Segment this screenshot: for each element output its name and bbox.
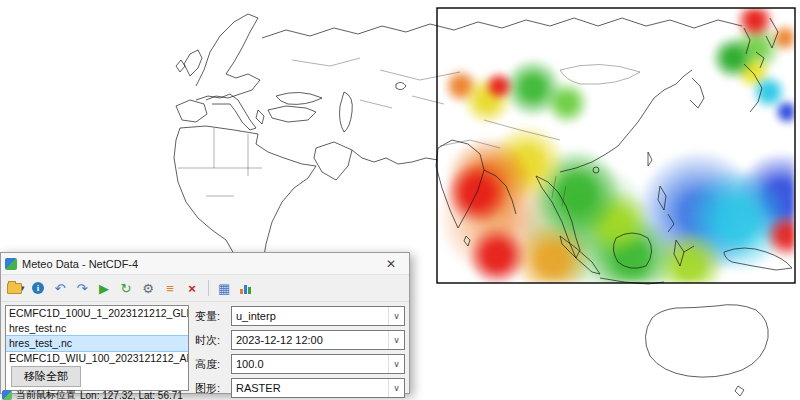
dialog-title: Meteo Data - NetCDF-4 [22, 258, 377, 270]
plot-type-select[interactable]: RASTER ∨ [231, 378, 405, 398]
list-button[interactable]: ≡ [161, 278, 180, 298]
toolbar-separator [208, 280, 209, 296]
remove-all-button[interactable]: 移除全部 [11, 366, 81, 387]
settings-icon: ⚙ [142, 282, 154, 295]
open-folder-button[interactable]: ▾ [6, 278, 26, 298]
plot-type-label: 图形: [195, 381, 227, 396]
remove-file-button[interactable]: × [183, 278, 202, 298]
status-bar: 当前鼠标位置 Lon: 127.32, Lat: 56.71 [2, 388, 183, 400]
run-icon: ▶ [99, 282, 109, 295]
chevron-down-icon[interactable]: ∨ [388, 355, 404, 373]
time-label: 时次: [195, 333, 227, 348]
dialog-toolbar: ▾ i ↶ ↷ ▶ ↻ ⚙ ≡ × ▦ [1, 275, 409, 302]
info-button[interactable]: i [29, 278, 48, 298]
meteo-data-dialog: Meteo Data - NetCDF-4 ✕ ▾ i ↶ ↷ ▶ ↻ ⚙ ≡ … [0, 252, 410, 394]
info-icon: i [32, 282, 44, 294]
run-button[interactable]: ▶ [95, 278, 114, 298]
level-value: 100.0 [232, 358, 388, 370]
time-select[interactable]: 2023-12-12 12:00 ∨ [231, 330, 405, 350]
status-coords: Lon: 127.32, Lat: 56.71 [80, 390, 183, 400]
open-folder-icon [7, 283, 22, 294]
status-hint: 当前鼠标位置 [16, 388, 76, 400]
level-label: 高度: [195, 357, 227, 372]
chevron-down-icon[interactable]: ∨ [388, 307, 404, 325]
app-icon [5, 258, 17, 270]
file-list-item[interactable]: hres_test.nc [6, 321, 188, 336]
variable-value: u_interp [232, 310, 388, 322]
redo-icon: ↷ [77, 282, 88, 295]
file-list-item[interactable]: ECMFC1D_WIU_100_2023121212_ANEA_1.grib1 [6, 351, 188, 366]
refresh-button[interactable]: ↻ [117, 278, 136, 298]
chevron-down-icon[interactable]: ∨ [388, 379, 404, 397]
file-list-item-selected[interactable]: hres_test_.nc [6, 336, 188, 351]
chevron-down-icon[interactable]: ∨ [388, 331, 404, 349]
file-list-item[interactable]: ECMFC1D_100U_1_2023121212_GLB_1.grib1 [6, 306, 188, 321]
undo-icon: ↶ [55, 282, 66, 295]
parameter-form: 变量: u_interp ∨ 时次: 2023-12-12 12:00 ∨ 高度… [195, 305, 405, 398]
list-icon: ≡ [166, 282, 174, 295]
time-value: 2023-12-12 12:00 [232, 334, 388, 346]
grid-button[interactable]: ▦ [215, 278, 234, 298]
undo-button[interactable]: ↶ [51, 278, 70, 298]
settings-button[interactable]: ⚙ [139, 278, 158, 298]
chart-button[interactable] [237, 278, 256, 298]
redo-button[interactable]: ↷ [73, 278, 92, 298]
level-select[interactable]: 100.0 ∨ [231, 354, 405, 374]
variable-label: 变量: [195, 309, 227, 324]
variable-select[interactable]: u_interp ∨ [231, 306, 405, 326]
raster-layer [437, 8, 795, 283]
status-map-icon [2, 390, 12, 400]
chart-icon [240, 283, 252, 294]
plot-type-value: RASTER [232, 382, 388, 394]
refresh-icon: ↻ [121, 282, 132, 295]
close-red-icon: × [188, 282, 196, 295]
grid-icon: ▦ [218, 282, 230, 295]
close-button[interactable]: ✕ [377, 254, 405, 273]
dialog-titlebar[interactable]: Meteo Data - NetCDF-4 ✕ [1, 253, 409, 275]
raster-paint [437, 8, 795, 283]
